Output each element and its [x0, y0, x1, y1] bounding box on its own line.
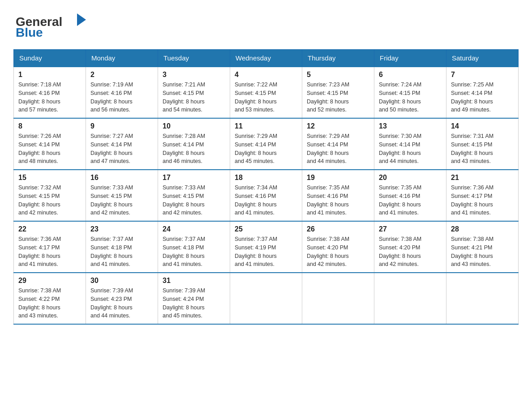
day-info: Sunrise: 7:38 AMSunset: 4:20 PMDaylight:…	[307, 235, 369, 269]
day-number: 10	[163, 122, 225, 130]
day-info: Sunrise: 7:29 AMSunset: 4:14 PMDaylight:…	[235, 132, 297, 166]
logo-svg: General Blue	[13, 9, 92, 40]
day-info: Sunrise: 7:28 AMSunset: 4:14 PMDaylight:…	[163, 132, 225, 166]
calendar-cell: 21Sunrise: 7:36 AMSunset: 4:17 PMDayligh…	[446, 170, 519, 221]
day-info: Sunrise: 7:39 AMSunset: 4:23 PMDaylight:…	[90, 287, 153, 320]
day-number: 16	[90, 174, 153, 182]
day-number: 17	[163, 174, 225, 182]
calendar-cell: 24Sunrise: 7:37 AMSunset: 4:18 PMDayligh…	[158, 221, 230, 273]
day-info: Sunrise: 7:29 AMSunset: 4:14 PMDaylight:…	[307, 132, 369, 166]
calendar-cell	[446, 273, 519, 324]
svg-text:Blue: Blue	[16, 26, 43, 39]
day-info: Sunrise: 7:30 AMSunset: 4:14 PMDaylight:…	[379, 132, 442, 166]
day-number: 13	[379, 122, 442, 130]
day-info: Sunrise: 7:35 AMSunset: 4:16 PMDaylight:…	[379, 184, 442, 217]
day-info: Sunrise: 7:23 AMSunset: 4:15 PMDaylight:…	[307, 81, 369, 114]
calendar-cell: 27Sunrise: 7:38 AMSunset: 4:20 PMDayligh…	[374, 221, 446, 273]
day-number: 7	[451, 71, 514, 79]
day-number: 31	[163, 277, 225, 285]
calendar-cell: 16Sunrise: 7:33 AMSunset: 4:15 PMDayligh…	[86, 170, 158, 221]
day-info: Sunrise: 7:18 AMSunset: 4:16 PMDaylight:…	[18, 81, 81, 114]
calendar-cell: 25Sunrise: 7:37 AMSunset: 4:19 PMDayligh…	[230, 221, 302, 273]
day-info: Sunrise: 7:38 AMSunset: 4:20 PMDaylight:…	[379, 235, 442, 269]
day-info: Sunrise: 7:37 AMSunset: 4:18 PMDaylight:…	[163, 235, 225, 269]
day-info: Sunrise: 7:26 AMSunset: 4:14 PMDaylight:…	[18, 132, 81, 166]
day-number: 15	[18, 174, 81, 182]
weekday-header-row: SundayMondayTuesdayWednesdayThursdayFrid…	[14, 50, 519, 67]
calendar-cell: 10Sunrise: 7:28 AMSunset: 4:14 PMDayligh…	[158, 118, 230, 170]
day-number: 12	[307, 122, 369, 130]
calendar-cell	[230, 273, 302, 324]
day-number: 28	[451, 225, 514, 233]
calendar-cell: 22Sunrise: 7:36 AMSunset: 4:17 PMDayligh…	[14, 221, 86, 273]
svg-marker-1	[77, 13, 86, 26]
day-info: Sunrise: 7:22 AMSunset: 4:15 PMDaylight:…	[235, 81, 297, 114]
calendar-cell: 3Sunrise: 7:21 AMSunset: 4:15 PMDaylight…	[158, 67, 230, 118]
day-number: 29	[18, 277, 81, 285]
day-info: Sunrise: 7:25 AMSunset: 4:14 PMDaylight:…	[451, 81, 514, 114]
day-info: Sunrise: 7:37 AMSunset: 4:18 PMDaylight:…	[90, 235, 153, 269]
day-number: 26	[307, 225, 369, 233]
day-info: Sunrise: 7:32 AMSunset: 4:15 PMDaylight:…	[18, 184, 81, 217]
calendar-cell: 29Sunrise: 7:38 AMSunset: 4:22 PMDayligh…	[14, 273, 86, 324]
day-info: Sunrise: 7:33 AMSunset: 4:15 PMDaylight:…	[163, 184, 225, 217]
calendar-cell: 12Sunrise: 7:29 AMSunset: 4:14 PMDayligh…	[302, 118, 374, 170]
weekday-header-thursday: Thursday	[302, 50, 374, 67]
calendar-cell: 1Sunrise: 7:18 AMSunset: 4:16 PMDaylight…	[14, 67, 86, 118]
day-info: Sunrise: 7:38 AMSunset: 4:21 PMDaylight:…	[451, 235, 514, 269]
calendar-cell: 26Sunrise: 7:38 AMSunset: 4:20 PMDayligh…	[302, 221, 374, 273]
calendar-table: SundayMondayTuesdayWednesdayThursdayFrid…	[13, 49, 519, 325]
day-number: 4	[235, 71, 297, 79]
day-info: Sunrise: 7:38 AMSunset: 4:22 PMDaylight:…	[18, 287, 81, 320]
calendar-cell: 6Sunrise: 7:24 AMSunset: 4:15 PMDaylight…	[374, 67, 446, 118]
day-number: 19	[307, 174, 369, 182]
weekday-header-saturday: Saturday	[446, 50, 519, 67]
weekday-header-tuesday: Tuesday	[158, 50, 230, 67]
day-number: 27	[379, 225, 442, 233]
day-number: 30	[90, 277, 153, 285]
day-number: 24	[163, 225, 225, 233]
day-info: Sunrise: 7:31 AMSunset: 4:15 PMDaylight:…	[451, 132, 514, 166]
day-number: 1	[18, 71, 81, 79]
day-number: 3	[163, 71, 225, 79]
day-number: 5	[307, 71, 369, 79]
day-info: Sunrise: 7:37 AMSunset: 4:19 PMDaylight:…	[235, 235, 297, 269]
day-number: 20	[379, 174, 442, 182]
day-number: 21	[451, 174, 514, 182]
day-number: 25	[235, 225, 297, 233]
day-number: 22	[18, 225, 81, 233]
calendar-week-4: 22Sunrise: 7:36 AMSunset: 4:17 PMDayligh…	[14, 221, 519, 273]
day-info: Sunrise: 7:19 AMSunset: 4:16 PMDaylight:…	[90, 81, 153, 114]
calendar-cell: 7Sunrise: 7:25 AMSunset: 4:14 PMDaylight…	[446, 67, 519, 118]
day-number: 18	[235, 174, 297, 182]
day-info: Sunrise: 7:33 AMSunset: 4:15 PMDaylight:…	[90, 184, 153, 217]
calendar-cell: 15Sunrise: 7:32 AMSunset: 4:15 PMDayligh…	[14, 170, 86, 221]
logo: General Blue	[13, 9, 92, 40]
day-number: 23	[90, 225, 153, 233]
calendar-cell: 23Sunrise: 7:37 AMSunset: 4:18 PMDayligh…	[86, 221, 158, 273]
day-info: Sunrise: 7:39 AMSunset: 4:24 PMDaylight:…	[163, 287, 225, 320]
day-info: Sunrise: 7:21 AMSunset: 4:15 PMDaylight:…	[163, 81, 225, 114]
day-info: Sunrise: 7:36 AMSunset: 4:17 PMDaylight:…	[451, 184, 514, 217]
weekday-header-wednesday: Wednesday	[230, 50, 302, 67]
day-number: 8	[18, 122, 81, 130]
calendar-cell: 4Sunrise: 7:22 AMSunset: 4:15 PMDaylight…	[230, 67, 302, 118]
weekday-header-monday: Monday	[86, 50, 158, 67]
day-info: Sunrise: 7:34 AMSunset: 4:16 PMDaylight:…	[235, 184, 297, 217]
day-number: 11	[235, 122, 297, 130]
weekday-header-friday: Friday	[374, 50, 446, 67]
calendar-cell: 19Sunrise: 7:35 AMSunset: 4:16 PMDayligh…	[302, 170, 374, 221]
calendar-cell: 2Sunrise: 7:19 AMSunset: 4:16 PMDaylight…	[86, 67, 158, 118]
calendar-cell: 14Sunrise: 7:31 AMSunset: 4:15 PMDayligh…	[446, 118, 519, 170]
calendar-cell: 9Sunrise: 7:27 AMSunset: 4:14 PMDaylight…	[86, 118, 158, 170]
day-info: Sunrise: 7:27 AMSunset: 4:14 PMDaylight:…	[90, 132, 153, 166]
day-number: 6	[379, 71, 442, 79]
day-info: Sunrise: 7:36 AMSunset: 4:17 PMDaylight:…	[18, 235, 81, 269]
calendar-cell: 13Sunrise: 7:30 AMSunset: 4:14 PMDayligh…	[374, 118, 446, 170]
day-info: Sunrise: 7:35 AMSunset: 4:16 PMDaylight:…	[307, 184, 369, 217]
calendar-cell: 28Sunrise: 7:38 AMSunset: 4:21 PMDayligh…	[446, 221, 519, 273]
calendar-cell: 5Sunrise: 7:23 AMSunset: 4:15 PMDaylight…	[302, 67, 374, 118]
calendar-cell: 18Sunrise: 7:34 AMSunset: 4:16 PMDayligh…	[230, 170, 302, 221]
day-number: 14	[451, 122, 514, 130]
weekday-header-sunday: Sunday	[14, 50, 86, 67]
